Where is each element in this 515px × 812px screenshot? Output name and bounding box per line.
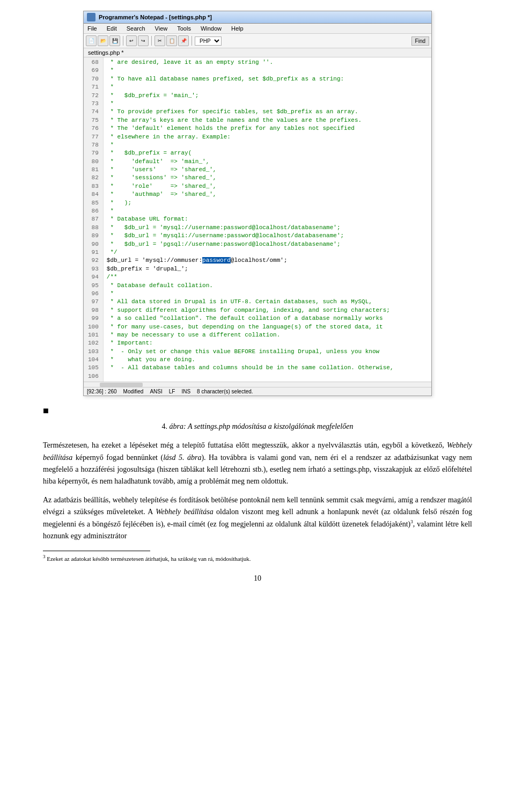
toolbar-paste[interactable]: 📌 <box>178 35 189 46</box>
code-line: * what you are doing. <box>107 356 428 364</box>
encoding: ANSI <box>150 389 162 394</box>
code-line: $db_prefix = 'drupal_'; <box>107 265 428 273</box>
code-line: * 'users' => 'shared_', <box>107 166 428 174</box>
toolbar-undo[interactable]: ↩ <box>126 35 137 46</box>
line-number: 76 <box>86 125 101 133</box>
menu-file[interactable]: File <box>86 25 99 32</box>
line-number: 94 <box>86 273 101 281</box>
menu-help[interactable]: Help <box>230 25 245 32</box>
menu-window[interactable]: Window <box>199 25 223 32</box>
line-number: 84 <box>86 191 101 199</box>
modified-status: Modified <box>123 389 144 394</box>
line-ending: LF <box>169 389 175 394</box>
editor-content: 6869707172737475767778798081828384858687… <box>84 57 431 382</box>
bullet-icon: ■ <box>43 406 49 415</box>
toolbar-separator-2 <box>151 36 152 46</box>
footnote-3: 3 Ezeket az adatokat később természetese… <box>43 554 472 564</box>
line-number: 102 <box>86 339 101 347</box>
page-container: Programmer's Notepad - [settings.php *] … <box>0 0 515 812</box>
code-line: * $db_url = 'pgsql://username:password@l… <box>107 240 428 248</box>
line-number: 75 <box>86 116 101 125</box>
code-line: * The array's keys are the table names a… <box>107 116 428 125</box>
bullet-row: ■ <box>43 406 472 415</box>
menu-view[interactable]: View <box>153 25 170 32</box>
code-line: * - All database tables and columns shou… <box>107 364 428 372</box>
editor-titlebar: Programmer's Notepad - [settings.php *] <box>84 11 431 24</box>
code-line: * <box>107 290 428 298</box>
line-number: 86 <box>86 207 101 215</box>
code-line: * <box>107 83 428 91</box>
line-number: 91 <box>86 248 101 257</box>
italic-webhely-2: Webhely beállítása <box>156 508 214 516</box>
italic-lasd: lásd 5. ábra <box>163 453 201 462</box>
code-line: * 'role' => 'shared_', <box>107 182 428 191</box>
file-tab[interactable]: settings.php * <box>84 48 431 57</box>
code-line: * To have all database names prefixed, s… <box>107 75 428 83</box>
code-line: * for many use-cases, but depending on t… <box>107 323 428 331</box>
line-number: 101 <box>86 331 101 339</box>
line-number: 82 <box>86 174 101 182</box>
line-number: 88 <box>86 224 101 232</box>
scrollbar-thumb[interactable] <box>100 383 143 387</box>
toolbar-cut[interactable]: ✂ <box>154 35 165 46</box>
paragraph-1: Természetesen, ha ezeket a lépéseket még… <box>43 440 472 488</box>
line-numbers: 6869707172737475767778798081828384858687… <box>84 57 104 382</box>
line-number: 92 <box>86 257 101 265</box>
line-number: 68 <box>86 58 101 67</box>
footnote-text-3: Ezeket az adatokat később természetesen … <box>47 555 251 562</box>
code-line: * $db_url = 'mysqli://username:password@… <box>107 232 428 240</box>
editor-window: Programmer's Notepad - [settings.php *] … <box>83 11 432 396</box>
line-number: 90 <box>86 240 101 248</box>
menu-search[interactable]: Search <box>125 25 147 32</box>
code-line: * Database default collation. <box>107 282 428 290</box>
insert-mode: INS <box>181 389 190 394</box>
line-number: 106 <box>86 372 101 381</box>
line-number: 69 <box>86 67 101 75</box>
horizontal-scrollbar[interactable] <box>84 382 431 387</box>
page-number: 10 <box>43 574 472 583</box>
toolbar-new[interactable]: 📄 <box>86 35 97 46</box>
toolbar-copy[interactable]: 📋 <box>166 35 177 46</box>
line-number: 78 <box>86 141 101 149</box>
line-number: 79 <box>86 149 101 157</box>
toolbar-open[interactable]: 📂 <box>98 35 108 46</box>
line-number: 87 <box>86 215 101 223</box>
figure-number: 4. <box>162 422 168 430</box>
statusbar: [92:36] : 260 Modified ANSI LF INS 8 cha… <box>84 387 431 396</box>
code-line: * 'sessions' => 'shared_', <box>107 174 428 182</box>
line-number: 98 <box>86 306 101 314</box>
language-selector[interactable]: PHP <box>195 36 222 46</box>
line-number: 85 <box>86 199 101 207</box>
code-line: * may be necessary to use a different co… <box>107 331 428 339</box>
italic-webhely-1: Webhely beállítása <box>43 441 472 461</box>
line-number: 104 <box>86 356 101 364</box>
toolbar-redo[interactable]: ↪ <box>138 35 149 46</box>
code-line: * are desired, leave it as an empty stri… <box>107 58 428 67</box>
code-line: /** <box>107 273 428 281</box>
toolbar-save[interactable]: 💾 <box>109 35 120 46</box>
footnote-number-3: 3 <box>43 554 46 560</box>
figure-caption: 4. ábra: A settings.php módosítása a kis… <box>43 421 472 432</box>
code-line: * <box>107 100 428 108</box>
menu-edit[interactable]: Edit <box>105 25 119 32</box>
line-number: 70 <box>86 75 101 83</box>
code-line: * - Only set or change this value BEFORE… <box>107 348 428 356</box>
cursor-position: [92:36] : 260 <box>87 389 117 394</box>
code-line: * All data stored in Drupal is in UTF-8.… <box>107 298 428 306</box>
line-number: 89 <box>86 232 101 240</box>
line-number: 71 <box>86 83 101 91</box>
code-line: * <box>107 141 428 149</box>
code-line: * $db_url = 'mysql://username:password@l… <box>107 224 428 232</box>
line-number: 74 <box>86 108 101 116</box>
code-area[interactable]: * are desired, leave it as an empty stri… <box>104 57 431 382</box>
line-number: 72 <box>86 92 101 100</box>
find-button[interactable]: Find <box>411 36 429 46</box>
editor-menubar: File Edit Search View Tools Window Help <box>84 24 431 34</box>
line-number: 96 <box>86 290 101 298</box>
line-number: 81 <box>86 166 101 174</box>
code-line: * support different algorithms for compa… <box>107 306 428 314</box>
code-line: * a so called "collation". The default c… <box>107 314 428 323</box>
menu-tools[interactable]: Tools <box>175 25 193 32</box>
code-line: * 'default' => 'main_', <box>107 158 428 166</box>
footnote-ref-3: 3 <box>410 519 413 524</box>
